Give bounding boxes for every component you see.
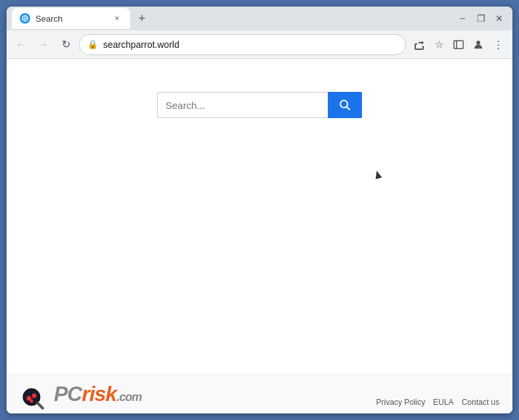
- back-button[interactable]: ←: [12, 35, 30, 54]
- svg-point-13: [30, 399, 34, 402]
- minimize-button[interactable]: −: [455, 10, 470, 26]
- eula-link[interactable]: EULA: [433, 398, 453, 407]
- restore-button[interactable]: ❐: [473, 10, 489, 26]
- bookmark-button[interactable]: ☆: [430, 35, 448, 54]
- contact-us-link[interactable]: Contact us: [462, 398, 499, 407]
- svg-point-12: [32, 393, 37, 398]
- tab-title: Search: [35, 14, 106, 24]
- browser-window: Search × + − ❐ ✕ ← → ↻ 🔒 searchparrot.wo…: [7, 7, 512, 413]
- title-bar: Search × + − ❐ ✕: [7, 7, 512, 30]
- search-input[interactable]: [157, 92, 328, 118]
- nav-bar: ← → ↻ 🔒 searchparrot.world ☆ ⋮: [7, 30, 512, 59]
- page-content: PCrisk.com Privacy Policy EULA Contact u…: [7, 59, 512, 413]
- address-text: searchparrot.world: [103, 39, 397, 50]
- menu-button[interactable]: ⋮: [489, 35, 507, 54]
- profile-button[interactable]: [469, 35, 487, 54]
- nav-actions: ☆ ⋮: [410, 35, 507, 54]
- search-box-wrapper: [157, 92, 362, 118]
- lock-icon: 🔒: [87, 39, 98, 49]
- svg-point-5: [476, 41, 480, 45]
- svg-line-8: [347, 107, 350, 110]
- sidebar-toggle-button[interactable]: [449, 35, 468, 54]
- svg-rect-3: [454, 41, 463, 49]
- svg-line-14: [37, 403, 43, 408]
- cursor: [374, 170, 382, 179]
- logo-icon: [20, 379, 51, 410]
- privacy-policy-link[interactable]: Privacy Policy: [376, 398, 426, 407]
- share-button[interactable]: [410, 35, 428, 54]
- new-tab-button[interactable]: +: [133, 9, 151, 28]
- address-bar[interactable]: 🔒 searchparrot.world: [79, 34, 406, 55]
- search-button[interactable]: [328, 92, 362, 118]
- tab-close-button[interactable]: ×: [112, 13, 122, 24]
- footer-logo: PCrisk.com: [20, 379, 141, 410]
- forward-button[interactable]: →: [34, 35, 53, 54]
- footer-links: Privacy Policy EULA Contact us: [376, 398, 499, 407]
- page-footer: PCrisk.com Privacy Policy EULA Contact u…: [7, 374, 512, 413]
- close-button[interactable]: ✕: [491, 10, 507, 26]
- window-controls: − ❐ ✕: [455, 10, 507, 26]
- search-icon: [338, 98, 351, 112]
- search-area: [7, 59, 512, 118]
- reload-button[interactable]: ↻: [56, 35, 75, 54]
- browser-tab[interactable]: Search ×: [12, 8, 130, 29]
- tab-favicon: [20, 13, 30, 24]
- logo-text: PCrisk.com: [54, 382, 141, 406]
